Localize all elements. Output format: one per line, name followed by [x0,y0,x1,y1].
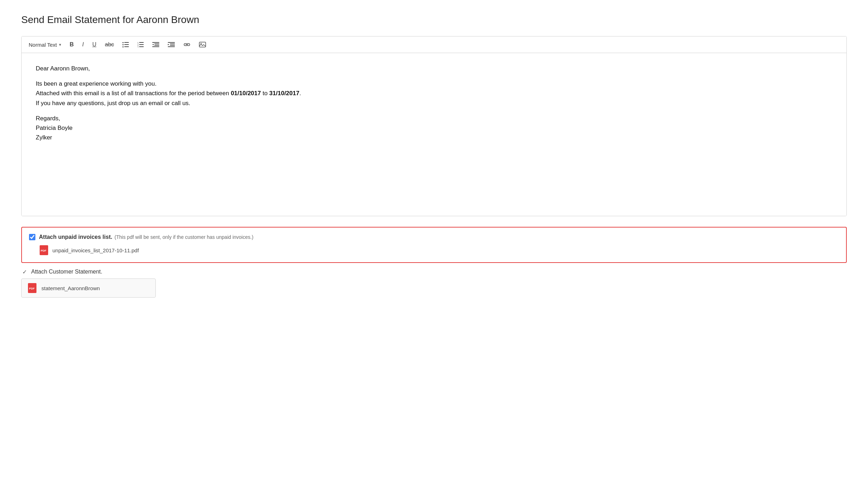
unpaid-invoices-label-bold: Attach unpaid invoices list. [39,234,112,240]
svg-rect-9 [139,44,144,45]
link-button[interactable] [181,41,193,48]
pdf-icon: PDF [39,245,49,256]
svg-rect-5 [124,46,129,47]
unpaid-invoices-label: Attach unpaid invoices list. (This pdf w… [39,234,253,240]
unpaid-checkbox-row: Attach unpaid invoices list. (This pdf w… [29,234,839,240]
text-style-label: Normal Text [29,42,57,48]
svg-rect-20 [168,46,175,47]
indent-decrease-button[interactable] [150,40,161,49]
svg-rect-4 [122,46,124,47]
date1: 01/10/2017 [231,90,261,97]
company-name: Zylker [36,134,52,141]
email-body[interactable]: Dear Aaronn Brown, Its been a great expe… [22,53,846,216]
body-lines: Its been a great experience working with… [36,79,832,108]
unpaid-invoices-note: (This pdf will be sent, only if the cust… [115,234,253,240]
body-line2-prefix: Attached with this email is a list of al… [36,90,231,97]
unpaid-file-name: unpaid_invoices_list_2017-10-11.pdf [52,247,139,253]
svg-marker-21 [168,44,169,45]
svg-rect-3 [124,44,129,45]
sender-name: Patricia Boyle [36,125,73,131]
date2: 31/10/2017 [269,90,299,97]
page-title: Send Email Statement for Aaronn Brown [21,14,847,25]
body-line2-suffix: . [299,90,301,97]
customer-statement-attachment: ✓ Attach Customer Statement. PDF stateme… [21,269,847,298]
svg-rect-0 [122,42,124,43]
unpaid-invoices-checkbox[interactable] [29,234,35,240]
svg-rect-13 [154,44,159,44]
svg-marker-16 [152,44,154,45]
svg-rect-12 [152,42,159,43]
svg-rect-19 [170,45,175,46]
text-style-dropdown[interactable]: Normal Text ▼ [27,41,63,48]
svg-rect-23 [199,42,206,47]
closing-block: Regards, Patricia Boyle Zylker [36,114,832,143]
email-editor: Normal Text ▼ B I U abc 1. 2. 3. [21,36,847,216]
svg-text:PDF: PDF [29,287,35,290]
statement-check-icon: ✓ [21,269,28,275]
attachments-section: Attach unpaid invoices list. (This pdf w… [21,227,847,298]
svg-text:PDF: PDF [41,249,46,252]
body-line3: If you have any questions, just drop us … [36,100,190,107]
italic-button[interactable]: I [80,40,86,49]
svg-rect-17 [168,42,175,43]
closing-regards: Regards, [36,115,60,122]
unpaid-invoices-attachment: Attach unpaid invoices list. (This pdf w… [21,227,847,263]
svg-rect-15 [152,46,159,47]
indent-increase-button[interactable] [166,40,177,49]
numbered-list-button[interactable]: 1. 2. 3. [135,40,146,49]
svg-rect-2 [122,44,124,45]
statement-label: Attach Customer Statement. [31,269,102,275]
underline-button[interactable]: U [90,40,99,49]
bold-button[interactable]: B [68,40,76,49]
strikethrough-button[interactable]: abc [103,40,116,49]
dropdown-arrow-icon: ▼ [58,43,62,47]
svg-rect-14 [154,45,159,46]
unpaid-file-row: PDF unpaid_invoices_list_2017-10-11.pdf [39,245,839,256]
greeting-line: Dear Aaronn Brown, [36,64,832,73]
statement-pdf-icon: PDF [27,282,37,294]
statement-checkbox-row: ✓ Attach Customer Statement. [21,269,847,275]
bullet-list-button[interactable] [120,40,131,49]
statement-file-box: PDF statement_AaronnBrown [21,278,156,298]
svg-rect-11 [139,46,144,47]
svg-text:3.: 3. [137,46,139,47]
image-button[interactable] [197,40,208,49]
svg-rect-7 [139,42,144,43]
svg-rect-1 [124,42,129,43]
svg-rect-18 [170,44,175,44]
body-line2-between: to [261,90,269,97]
svg-point-24 [201,43,202,44]
body-line1: Its been a great experience working with… [36,80,156,87]
editor-toolbar: Normal Text ▼ B I U abc 1. 2. 3. [22,36,846,53]
statement-file-name: statement_AaronnBrown [41,285,100,291]
